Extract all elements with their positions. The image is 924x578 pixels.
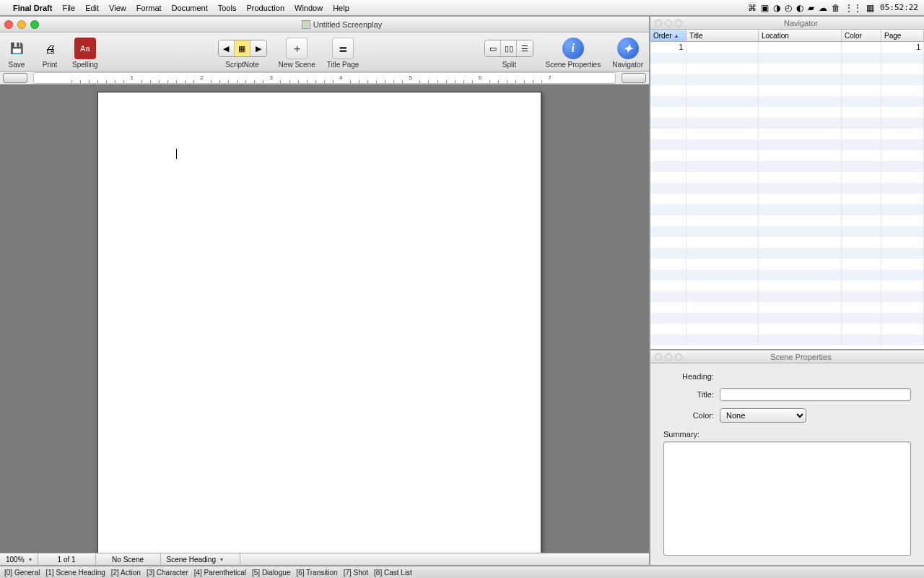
hint-item[interactable]: [1] Scene Heading (45, 569, 105, 577)
table-row[interactable] (650, 96, 924, 107)
table-row[interactable] (650, 215, 924, 226)
table-row[interactable] (650, 259, 924, 269)
close-button[interactable] (4, 20, 13, 29)
ruler-right-button[interactable] (622, 73, 646, 83)
scene-properties-icon[interactable]: i (562, 38, 584, 59)
ruler[interactable]: 1234567 (33, 72, 616, 84)
table-row[interactable] (650, 107, 924, 118)
table-row[interactable] (650, 194, 924, 204)
col-page-header[interactable]: Page (881, 30, 924, 41)
hint-item[interactable]: [6] Transition (296, 569, 337, 577)
scriptnote-button[interactable]: ScriptNote (225, 61, 259, 69)
table-row[interactable] (650, 313, 924, 324)
zoom-dropdown[interactable]: 100% (0, 553, 38, 565)
menuextra-icon[interactable]: ◐ (796, 3, 803, 13)
panel-min-button[interactable] (665, 20, 672, 27)
minimize-button[interactable] (17, 20, 26, 29)
title-page-icon[interactable]: ≣ (332, 38, 354, 59)
table-row[interactable] (650, 172, 924, 183)
table-row[interactable] (650, 161, 924, 172)
clock-icon[interactable]: ◴ (785, 3, 792, 13)
wifi-icon[interactable]: ⋮⋮ (845, 3, 862, 13)
spelling-button[interactable]: Spelling (72, 61, 98, 69)
hint-item[interactable]: [3] Character (147, 569, 188, 577)
date-icon[interactable]: ▦ (866, 3, 874, 13)
table-row[interactable] (650, 139, 924, 150)
scriptnote-next-icon[interactable]: ▶ (250, 40, 266, 56)
col-order-header[interactable]: Order (650, 30, 687, 41)
table-row[interactable] (650, 85, 924, 96)
panel-zoom-button[interactable] (675, 353, 682, 361)
table-row[interactable]: 11 (650, 42, 924, 53)
table-row[interactable] (650, 302, 924, 313)
col-color-header[interactable]: Color (842, 30, 881, 41)
split-vert-icon[interactable]: ▯▯ (501, 40, 517, 56)
title-field[interactable] (720, 388, 911, 401)
save-icon[interactable]: 💾 (6, 38, 27, 59)
navigator-body[interactable]: 11 (650, 42, 924, 349)
menuextra-icon[interactable]: ▰ (808, 3, 814, 13)
save-button[interactable]: Save (9, 61, 25, 69)
spelling-icon[interactable]: Aa (74, 38, 96, 59)
menuextra-icon[interactable]: ☁ (819, 3, 827, 13)
scene-properties-button[interactable]: Scene Properties (545, 61, 601, 69)
page-area[interactable] (0, 85, 649, 553)
hint-item[interactable]: [7] Shot (344, 569, 368, 577)
hint-item[interactable]: [0] General (4, 569, 40, 577)
table-row[interactable] (650, 226, 924, 237)
panel-min-button[interactable] (665, 353, 672, 361)
col-location-header[interactable]: Location (759, 30, 842, 41)
title-page-button[interactable]: Title Page (327, 61, 359, 69)
split-button[interactable]: Split (502, 61, 516, 69)
table-row[interactable] (650, 74, 924, 85)
hint-item[interactable]: [5] Dialogue (252, 569, 290, 577)
menu-help[interactable]: Help (333, 4, 349, 12)
table-row[interactable] (650, 150, 924, 161)
menextra-icon[interactable]: ⌘ (748, 3, 757, 13)
navigator-button[interactable]: Navigator (612, 61, 643, 69)
print-button[interactable]: Print (43, 61, 58, 69)
scriptnote-prev-icon[interactable]: ◀ (219, 40, 235, 56)
hint-item[interactable]: [8] Cast List (374, 569, 412, 577)
menu-view[interactable]: View (109, 4, 126, 12)
new-scene-icon[interactable]: ＋ (286, 38, 308, 59)
table-row[interactable] (650, 129, 924, 139)
zoom-button[interactable] (30, 20, 39, 29)
window-titlebar[interactable]: Untitled Screenplay (0, 17, 649, 33)
menu-production[interactable]: Production (246, 4, 284, 12)
table-row[interactable] (650, 335, 924, 345)
scriptnote-segmented[interactable]: ◀▦▶ (218, 40, 267, 57)
menu-window[interactable]: Window (295, 4, 323, 12)
menu-tools[interactable]: Tools (218, 4, 237, 12)
menuextra-icon[interactable]: ◑ (773, 3, 780, 13)
element-dropdown[interactable]: Scene Heading (161, 553, 240, 565)
table-row[interactable] (650, 237, 924, 248)
table-row[interactable] (650, 204, 924, 215)
table-row[interactable] (650, 324, 924, 335)
table-row[interactable] (650, 248, 924, 259)
hint-item[interactable]: [2] Action (111, 569, 141, 577)
summary-textarea[interactable] (663, 441, 911, 556)
document-page[interactable] (97, 92, 541, 553)
scriptnote-icon[interactable]: ▦ (235, 40, 250, 56)
menu-file[interactable]: File (62, 4, 75, 12)
col-title-header[interactable]: Title (687, 30, 759, 41)
trash-icon[interactable]: 🗑 (832, 3, 840, 13)
scene-properties-titlebar[interactable]: Scene Properties (650, 350, 924, 363)
color-select[interactable]: None (720, 408, 806, 423)
table-row[interactable] (650, 53, 924, 64)
table-row[interactable] (650, 280, 924, 291)
menu-format[interactable]: Format (136, 4, 162, 12)
panel-zoom-button[interactable] (675, 20, 682, 27)
menubar-clock[interactable]: 05:52:22 (880, 3, 918, 12)
split-horiz-icon[interactable]: ☰ (517, 40, 533, 56)
new-scene-button[interactable]: New Scene (279, 61, 315, 69)
table-row[interactable] (650, 269, 924, 280)
hint-item[interactable]: [4] Parenthetical (194, 569, 246, 577)
table-row[interactable] (650, 183, 924, 194)
menu-edit[interactable]: Edit (85, 4, 99, 12)
page-indicator[interactable]: 1 of 1 (38, 553, 96, 565)
menu-document[interactable]: Document (172, 4, 208, 12)
table-row[interactable] (650, 118, 924, 129)
navigator-titlebar[interactable]: Navigator (650, 17, 924, 30)
